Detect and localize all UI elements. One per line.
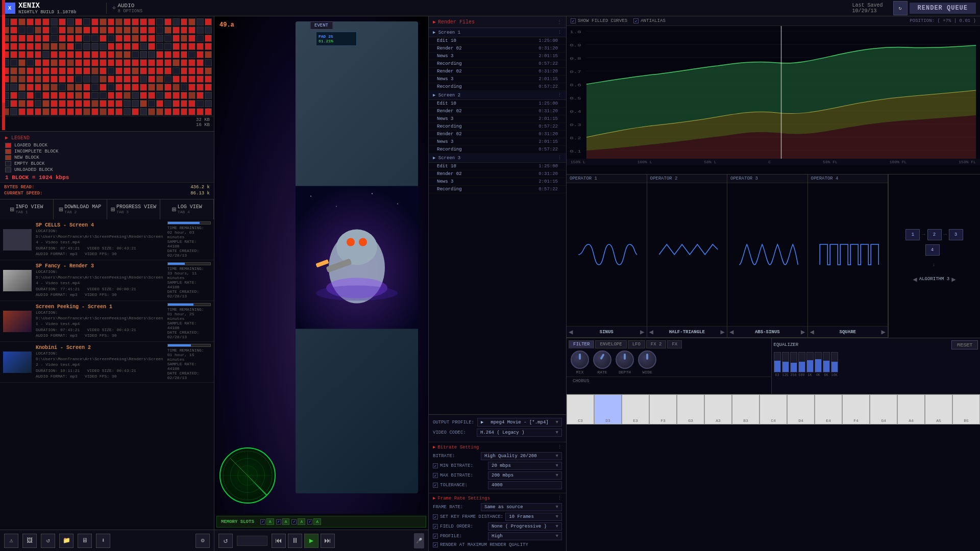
- render-file-item[interactable]: News 32:01:15: [429, 138, 566, 146]
- min-bitrate-value[interactable]: 20 mbps ▼: [488, 462, 562, 470]
- key-e4[interactable]: E4: [815, 394, 842, 424]
- eq-bar-125[interactable]: 125: [782, 352, 789, 377]
- slot-check-4[interactable]: [307, 519, 312, 524]
- op1-next[interactable]: ▶: [640, 328, 644, 336]
- key-a4[interactable]: A4: [897, 394, 925, 424]
- memory-slot-3[interactable]: A: [298, 518, 305, 525]
- eq-reset-button[interactable]: RESET: [951, 340, 978, 349]
- render-file-item[interactable]: News 32:01:15: [429, 76, 566, 83]
- tolerance-value[interactable]: 4000: [488, 481, 562, 489]
- key-frame-check[interactable]: [433, 514, 438, 519]
- render-file-item[interactable]: Render 020:31:20: [429, 131, 566, 138]
- eq-bar-63[interactable]: 63: [774, 352, 781, 377]
- key-e3[interactable]: E3: [622, 394, 649, 424]
- render-item[interactable]: Knobini - Screen 2 LOCATION: D:\Users\Mo…: [0, 342, 214, 383]
- render-file-item[interactable]: Render 020:31:20: [429, 170, 566, 178]
- bitrate-menu[interactable]: ⋮: [557, 444, 562, 450]
- frame-rate-value[interactable]: Same as source ▼: [481, 503, 562, 511]
- tab-download-map[interactable]: ⊞ DOWNLOAD MAP TAB 2: [54, 199, 107, 219]
- show-filled-check[interactable]: [571, 18, 576, 23]
- op1-prev[interactable]: ◀: [569, 328, 573, 336]
- audio-section[interactable]: ⚙ AUDIO 8 OPTIONS: [106, 3, 149, 14]
- reload-button[interactable]: ↺: [41, 534, 55, 548]
- memory-slot-2[interactable]: A: [282, 518, 290, 525]
- render-item[interactable]: SP CELLS - Screen 4 LOCATION: D:\Users\M…: [0, 219, 214, 260]
- op4-prev[interactable]: ◀: [810, 328, 814, 336]
- monitor-button[interactable]: 🖥: [78, 534, 92, 548]
- render-file-item[interactable]: Render 020:31:20: [429, 108, 566, 115]
- loop-button[interactable]: ↺: [218, 534, 233, 548]
- alert-button[interactable]: ⚠: [4, 534, 18, 548]
- op2-next[interactable]: ▶: [721, 328, 725, 336]
- eq-bar-250[interactable]: 250: [790, 352, 797, 377]
- screen-section-header[interactable]: ▶ Screen 1⋮: [429, 28, 566, 37]
- antialias-check[interactable]: [633, 18, 639, 23]
- slot-check-3[interactable]: [291, 519, 297, 524]
- tab-envelope[interactable]: ENVELOPE: [595, 340, 626, 348]
- tab-info-view[interactable]: ⊞ INFO VIEW TAB 1: [0, 199, 54, 219]
- render-file-item[interactable]: Recording0:57:22: [429, 83, 566, 91]
- frame-rate-menu[interactable]: ⋮: [557, 495, 562, 501]
- render-file-item[interactable]: Edit 101:25:00: [429, 100, 566, 108]
- profile-check[interactable]: [433, 534, 438, 539]
- output-profile-value[interactable]: ▶ mpeg4 Movie - [*.mp4] ▼: [477, 418, 562, 427]
- op3-prev[interactable]: ◀: [729, 328, 733, 336]
- bitrate-value[interactable]: High Quality 20/200 ▼: [481, 452, 562, 460]
- tolerance-check[interactable]: [433, 483, 438, 488]
- folder-button[interactable]: 📁: [59, 534, 74, 548]
- key-frame-value[interactable]: 10 Frames ▼: [505, 513, 562, 521]
- memory-slot-4[interactable]: A: [313, 518, 321, 525]
- algo-prev[interactable]: ◀: [913, 275, 917, 284]
- tab-progress-view[interactable]: ⊞ PROGRESS VIEW TAB 3: [107, 199, 161, 219]
- render-file-item[interactable]: Edit 101:25:00: [429, 163, 566, 170]
- key-c4[interactable]: C4: [760, 394, 787, 424]
- refresh-button[interactable]: ↻: [893, 1, 908, 15]
- tab-fx2[interactable]: FX 2: [646, 340, 667, 348]
- render-file-item[interactable]: Recording0:57:22: [429, 60, 566, 68]
- key-g3[interactable]: G3: [677, 394, 704, 424]
- memory-slot-1[interactable]: A: [266, 518, 274, 525]
- key-b5[interactable]: B5: [952, 394, 980, 424]
- image-button[interactable]: 🖼: [22, 534, 37, 548]
- render-file-item[interactable]: Render 020:31:20: [429, 45, 566, 53]
- render-file-item[interactable]: Recording0:57:22: [429, 186, 566, 193]
- key-a3[interactable]: A3: [704, 394, 732, 424]
- tab-filter[interactable]: FILTER: [569, 340, 594, 348]
- tab-lfo[interactable]: LFO: [628, 340, 645, 348]
- settings-button[interactable]: ⚙: [195, 534, 210, 548]
- field-order-value[interactable]: None ( Progressive ) ▼: [488, 522, 562, 531]
- render-file-item[interactable]: Recording0:57:22: [429, 146, 566, 154]
- slot-check-2[interactable]: [276, 519, 281, 524]
- download-button[interactable]: ⬇: [96, 534, 110, 548]
- max-bitrate-value[interactable]: 200 mbps ▼: [488, 471, 562, 480]
- field-order-check[interactable]: [433, 524, 438, 529]
- render-file-item[interactable]: News 32:01:15: [429, 178, 566, 186]
- eq-bar-500[interactable]: 500: [798, 352, 805, 377]
- render-file-item[interactable]: Render 020:31:20: [429, 68, 566, 76]
- pause-button[interactable]: ⏸: [288, 534, 302, 548]
- key-f4[interactable]: F4: [842, 394, 870, 424]
- profile-value[interactable]: High ▼: [488, 532, 562, 540]
- eq-bar-8K[interactable]: 8K: [823, 352, 830, 377]
- max-bitrate-check[interactable]: [433, 473, 438, 478]
- rewind-button[interactable]: ⏮: [272, 534, 286, 548]
- render-file-item[interactable]: Edit 101:25:00: [429, 37, 566, 45]
- eq-bar-4K[interactable]: 4K: [815, 352, 822, 377]
- render-item[interactable]: SP Fancy - Render 3 LOCATION: D:\Users\M…: [0, 260, 214, 301]
- key-a5[interactable]: A5: [925, 394, 952, 424]
- eq-bar-1K[interactable]: 1K: [806, 352, 814, 377]
- min-bitrate-check[interactable]: [433, 463, 438, 468]
- key-d3[interactable]: D3: [594, 394, 622, 424]
- op4-next[interactable]: ▶: [881, 328, 886, 336]
- op2-prev[interactable]: ◀: [649, 328, 653, 336]
- key-b3[interactable]: B3: [732, 394, 760, 424]
- tab-fx[interactable]: FX: [667, 340, 682, 348]
- key-g4[interactable]: G4: [870, 394, 897, 424]
- render-file-item[interactable]: News 32:01:15: [429, 53, 566, 60]
- render-quality-check[interactable]: [433, 542, 438, 547]
- algo-next[interactable]: ▶: [951, 275, 955, 284]
- key-c3[interactable]: C3: [567, 394, 594, 424]
- eq-bar-16K[interactable]: 16K: [831, 352, 838, 377]
- forward-button[interactable]: ⏭: [321, 534, 335, 548]
- render-file-item[interactable]: News 32:01:15: [429, 115, 566, 123]
